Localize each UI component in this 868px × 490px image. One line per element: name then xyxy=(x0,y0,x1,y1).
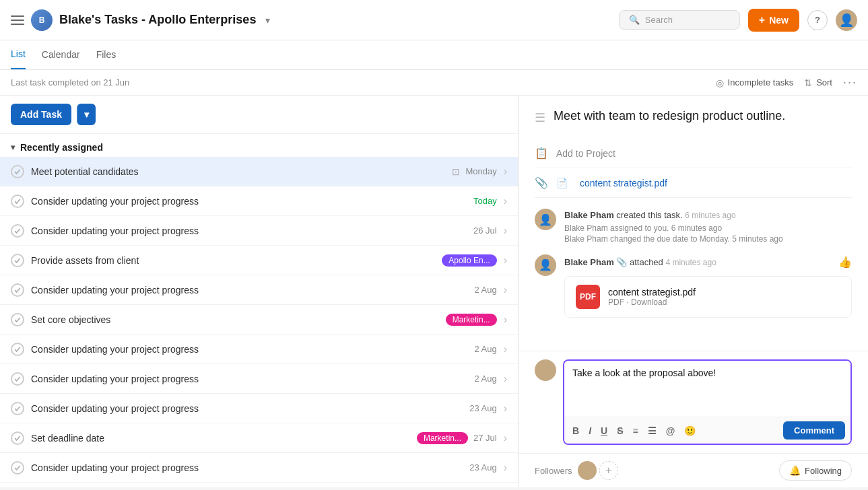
tab-files[interactable]: Files xyxy=(96,40,116,69)
following-button[interactable]: 🔔 Following xyxy=(779,460,852,481)
followers-left: Followers + xyxy=(535,461,618,480)
task-meta: 23 Aug xyxy=(469,462,497,473)
task-check-icon[interactable] xyxy=(11,165,24,178)
last-task-text: Last task completed on 21 Jun xyxy=(11,77,129,88)
activity-text-2: Blake Pham 📎 attached 4 minutes ago 👍 xyxy=(564,254,852,271)
section-toggle-icon[interactable]: ▾ xyxy=(11,143,15,152)
task-arrow-icon[interactable]: › xyxy=(504,403,507,415)
comment-submit-button[interactable]: Comment xyxy=(783,421,845,440)
main-layout: Add Task ▾ ▾ Recently assigned Meet pote… xyxy=(0,96,868,487)
task-check-icon[interactable] xyxy=(11,343,24,356)
activity-author-2: Blake Pham xyxy=(564,257,614,267)
detail-panel: ☰ Meet with team to redesign product out… xyxy=(519,96,868,487)
task-arrow-icon[interactable]: › xyxy=(504,166,507,178)
task-arrow-icon[interactable]: › xyxy=(504,225,507,237)
task-check-icon[interactable] xyxy=(11,254,24,267)
search-box[interactable]: 🔍 Search xyxy=(619,10,740,30)
numbered-list-button[interactable]: ☰ xyxy=(645,424,659,438)
task-arrow-icon[interactable]: › xyxy=(504,314,507,326)
more-options-button[interactable]: ··· xyxy=(843,75,857,90)
duplicate-icon[interactable]: ⊡ xyxy=(452,166,460,177)
strikethrough-button[interactable]: S xyxy=(614,424,626,438)
task-row[interactable]: Consider updating your project progress2… xyxy=(0,275,518,305)
task-arrow-icon[interactable]: › xyxy=(504,432,507,444)
tab-calendar[interactable]: Calendar xyxy=(42,40,80,69)
task-date: 26 Jul xyxy=(473,225,497,236)
add-task-button[interactable]: Add Task xyxy=(11,104,71,125)
follower-avatar-1 xyxy=(578,461,597,480)
task-row[interactable]: Provide assets from clientApollo En...› xyxy=(0,246,518,275)
task-name: Consider updating your project progress xyxy=(31,403,463,414)
task-check-icon[interactable] xyxy=(11,431,24,445)
task-row[interactable]: Meet potential candidates⊡Monday› xyxy=(0,157,518,186)
incomplete-tasks-filter[interactable]: ◎ Incomplete tasks xyxy=(716,77,794,88)
task-check-icon[interactable] xyxy=(11,283,24,297)
search-placeholder: Search xyxy=(645,15,673,25)
task-row[interactable]: Set deadline dateMarketin...27 Jul› xyxy=(0,423,518,453)
like-button[interactable]: 👍 xyxy=(838,254,852,271)
activity-content-1: Blake Pham created this task. 6 minutes … xyxy=(564,209,852,244)
task-name: Meet potential candidates xyxy=(31,166,445,177)
task-row[interactable]: Set core objectivesMarketin...› xyxy=(0,305,518,335)
task-row[interactable]: Consider updating your project progress2… xyxy=(0,364,518,394)
task-name: Consider updating your project progress xyxy=(31,344,467,355)
comment-input[interactable]: Take a look at the proposal above! xyxy=(564,361,850,415)
task-check-icon[interactable] xyxy=(11,313,24,326)
circle-icon: ◎ xyxy=(716,77,724,88)
new-button[interactable]: + New xyxy=(748,9,799,32)
task-name: Consider updating your project progress xyxy=(31,196,467,207)
task-check-icon[interactable] xyxy=(11,461,24,475)
add-task-dropdown-button[interactable]: ▾ xyxy=(77,104,96,125)
tab-list[interactable]: List xyxy=(11,40,26,69)
task-check-icon[interactable] xyxy=(11,372,24,386)
tab-bar: List Calendar Files xyxy=(0,40,868,70)
task-arrow-icon[interactable]: › xyxy=(504,343,507,355)
task-row[interactable]: Consider updating your project progress2… xyxy=(0,394,518,423)
bold-button[interactable]: B xyxy=(570,424,582,438)
toolbar-right: ◎ Incomplete tasks ⇅ Sort ··· xyxy=(716,75,857,90)
sort-icon: ⇅ xyxy=(804,77,812,88)
user-avatar[interactable]: 👤 xyxy=(836,9,857,31)
task-check-icon[interactable] xyxy=(11,402,24,415)
task-arrow-icon[interactable]: › xyxy=(504,254,507,267)
chevron-down-icon[interactable]: ▾ xyxy=(265,15,270,26)
hamburger-menu[interactable] xyxy=(11,15,24,25)
task-check-icon[interactable] xyxy=(11,195,24,208)
task-row[interactable]: Consider updating your project progress2… xyxy=(0,453,518,483)
task-date: 23 Aug xyxy=(469,403,497,413)
activity-avatar-2: 👤 xyxy=(535,254,556,276)
task-arrow-icon[interactable]: › xyxy=(504,195,507,207)
add-to-project-section[interactable]: 📋 Add to Project xyxy=(535,139,852,168)
task-date: 2 Aug xyxy=(474,374,496,384)
task-rows-container: Meet potential candidates⊡Monday›Conside… xyxy=(0,157,518,487)
attachment-link[interactable]: content strategist.pdf xyxy=(580,178,667,188)
task-row[interactable]: Consider updating your project progress2… xyxy=(0,335,518,364)
task-check-icon[interactable] xyxy=(11,224,24,238)
activity-author-1: Blake Pham xyxy=(564,210,614,220)
underline-button[interactable]: U xyxy=(598,424,610,438)
italic-button[interactable]: I xyxy=(586,424,594,438)
bullet-list-button[interactable]: ≡ xyxy=(630,424,640,438)
tag-badge: Marketin... xyxy=(446,314,497,326)
toolbar: Last task completed on 21 Jun ◎ Incomple… xyxy=(0,70,868,96)
app-header: B Blake's Tasks - Apollo Enterprises ▾ 🔍… xyxy=(0,0,868,40)
task-arrow-icon[interactable]: › xyxy=(504,284,507,296)
task-arrow-icon[interactable]: › xyxy=(504,373,507,385)
task-row[interactable]: Consider updating your project progress2… xyxy=(0,216,518,246)
task-arrow-icon[interactable]: › xyxy=(504,462,507,474)
task-row[interactable]: Consider updating your project progressT… xyxy=(0,186,518,216)
bell-icon: 🔔 xyxy=(789,465,801,476)
mention-button[interactable]: @ xyxy=(663,424,678,438)
comment-section: Take a look at the proposal above! B I U… xyxy=(519,351,868,453)
add-follower-button[interactable]: + xyxy=(599,461,618,480)
pdf-icon: PDF xyxy=(576,285,600,309)
emoji-button[interactable]: 🙂 xyxy=(681,424,698,438)
plus-icon: + xyxy=(759,14,765,26)
sort-button[interactable]: ⇅ Sort xyxy=(804,77,832,88)
paperclip-inline-icon: 📎 xyxy=(616,257,630,267)
task-row[interactable]: Plan on-sitesMarketin...3 Jun – 23 Aug› xyxy=(0,483,518,487)
paperclip-icon: 📎 xyxy=(535,176,548,189)
help-button[interactable]: ? xyxy=(807,10,828,30)
project-icon: 📋 xyxy=(535,147,548,160)
pdf-meta: PDF · Download xyxy=(608,298,840,307)
